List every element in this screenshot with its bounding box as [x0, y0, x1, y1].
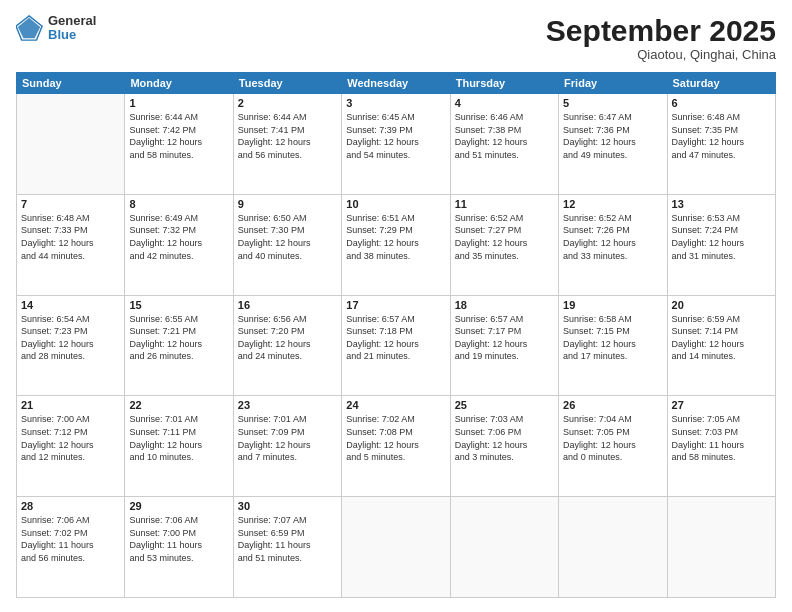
table-row: 1Sunrise: 6:44 AM Sunset: 7:42 PM Daylig…: [125, 94, 233, 195]
table-row: [17, 94, 125, 195]
day-number: 11: [455, 198, 554, 210]
logo-text: General Blue: [48, 14, 96, 43]
table-row: 6Sunrise: 6:48 AM Sunset: 7:35 PM Daylig…: [667, 94, 775, 195]
table-row: 5Sunrise: 6:47 AM Sunset: 7:36 PM Daylig…: [559, 94, 667, 195]
logo: General Blue: [16, 14, 96, 43]
table-row: 27Sunrise: 7:05 AM Sunset: 7:03 PM Dayli…: [667, 396, 775, 497]
table-row: [667, 497, 775, 598]
day-number: 10: [346, 198, 445, 210]
day-number: 6: [672, 97, 771, 109]
day-number: 16: [238, 299, 337, 311]
day-info: Sunrise: 6:48 AM Sunset: 7:35 PM Dayligh…: [672, 111, 771, 161]
svg-marker-0: [18, 18, 40, 39]
calendar-table: Sunday Monday Tuesday Wednesday Thursday…: [16, 72, 776, 598]
table-row: 14Sunrise: 6:54 AM Sunset: 7:23 PM Dayli…: [17, 295, 125, 396]
day-info: Sunrise: 7:00 AM Sunset: 7:12 PM Dayligh…: [21, 413, 120, 463]
table-row: 12Sunrise: 6:52 AM Sunset: 7:26 PM Dayli…: [559, 194, 667, 295]
day-number: 7: [21, 198, 120, 210]
calendar-header-row: Sunday Monday Tuesday Wednesday Thursday…: [17, 73, 776, 94]
table-row: 8Sunrise: 6:49 AM Sunset: 7:32 PM Daylig…: [125, 194, 233, 295]
day-number: 8: [129, 198, 228, 210]
day-info: Sunrise: 7:04 AM Sunset: 7:05 PM Dayligh…: [563, 413, 662, 463]
day-number: 3: [346, 97, 445, 109]
table-row: [559, 497, 667, 598]
table-row: 19Sunrise: 6:58 AM Sunset: 7:15 PM Dayli…: [559, 295, 667, 396]
col-tuesday: Tuesday: [233, 73, 341, 94]
day-info: Sunrise: 6:44 AM Sunset: 7:42 PM Dayligh…: [129, 111, 228, 161]
day-number: 28: [21, 500, 120, 512]
day-info: Sunrise: 6:52 AM Sunset: 7:26 PM Dayligh…: [563, 212, 662, 262]
day-info: Sunrise: 7:06 AM Sunset: 7:00 PM Dayligh…: [129, 514, 228, 564]
day-number: 24: [346, 399, 445, 411]
day-info: Sunrise: 6:54 AM Sunset: 7:23 PM Dayligh…: [21, 313, 120, 363]
table-row: 26Sunrise: 7:04 AM Sunset: 7:05 PM Dayli…: [559, 396, 667, 497]
day-info: Sunrise: 6:57 AM Sunset: 7:17 PM Dayligh…: [455, 313, 554, 363]
calendar-week-row: 21Sunrise: 7:00 AM Sunset: 7:12 PM Dayli…: [17, 396, 776, 497]
day-info: Sunrise: 6:48 AM Sunset: 7:33 PM Dayligh…: [21, 212, 120, 262]
table-row: [450, 497, 558, 598]
table-row: 29Sunrise: 7:06 AM Sunset: 7:00 PM Dayli…: [125, 497, 233, 598]
header: General Blue September 2025 Qiaotou, Qin…: [16, 14, 776, 62]
day-number: 12: [563, 198, 662, 210]
table-row: 3Sunrise: 6:45 AM Sunset: 7:39 PM Daylig…: [342, 94, 450, 195]
calendar-week-row: 28Sunrise: 7:06 AM Sunset: 7:02 PM Dayli…: [17, 497, 776, 598]
day-info: Sunrise: 7:02 AM Sunset: 7:08 PM Dayligh…: [346, 413, 445, 463]
col-saturday: Saturday: [667, 73, 775, 94]
day-number: 27: [672, 399, 771, 411]
table-row: 25Sunrise: 7:03 AM Sunset: 7:06 PM Dayli…: [450, 396, 558, 497]
table-row: 18Sunrise: 6:57 AM Sunset: 7:17 PM Dayli…: [450, 295, 558, 396]
day-number: 1: [129, 97, 228, 109]
day-number: 22: [129, 399, 228, 411]
col-monday: Monday: [125, 73, 233, 94]
day-info: Sunrise: 6:49 AM Sunset: 7:32 PM Dayligh…: [129, 212, 228, 262]
table-row: 23Sunrise: 7:01 AM Sunset: 7:09 PM Dayli…: [233, 396, 341, 497]
logo-icon: [16, 14, 44, 42]
table-row: 2Sunrise: 6:44 AM Sunset: 7:41 PM Daylig…: [233, 94, 341, 195]
day-number: 17: [346, 299, 445, 311]
calendar-week-row: 14Sunrise: 6:54 AM Sunset: 7:23 PM Dayli…: [17, 295, 776, 396]
day-info: Sunrise: 7:01 AM Sunset: 7:09 PM Dayligh…: [238, 413, 337, 463]
day-info: Sunrise: 6:50 AM Sunset: 7:30 PM Dayligh…: [238, 212, 337, 262]
day-number: 25: [455, 399, 554, 411]
day-info: Sunrise: 6:56 AM Sunset: 7:20 PM Dayligh…: [238, 313, 337, 363]
day-number: 19: [563, 299, 662, 311]
col-wednesday: Wednesday: [342, 73, 450, 94]
day-info: Sunrise: 7:07 AM Sunset: 6:59 PM Dayligh…: [238, 514, 337, 564]
day-number: 30: [238, 500, 337, 512]
day-info: Sunrise: 6:55 AM Sunset: 7:21 PM Dayligh…: [129, 313, 228, 363]
day-info: Sunrise: 6:51 AM Sunset: 7:29 PM Dayligh…: [346, 212, 445, 262]
calendar-week-row: 1Sunrise: 6:44 AM Sunset: 7:42 PM Daylig…: [17, 94, 776, 195]
day-info: Sunrise: 6:47 AM Sunset: 7:36 PM Dayligh…: [563, 111, 662, 161]
table-row: 30Sunrise: 7:07 AM Sunset: 6:59 PM Dayli…: [233, 497, 341, 598]
day-number: 21: [21, 399, 120, 411]
table-row: 13Sunrise: 6:53 AM Sunset: 7:24 PM Dayli…: [667, 194, 775, 295]
table-row: 10Sunrise: 6:51 AM Sunset: 7:29 PM Dayli…: [342, 194, 450, 295]
table-row: 7Sunrise: 6:48 AM Sunset: 7:33 PM Daylig…: [17, 194, 125, 295]
page: General Blue September 2025 Qiaotou, Qin…: [0, 0, 792, 612]
calendar-week-row: 7Sunrise: 6:48 AM Sunset: 7:33 PM Daylig…: [17, 194, 776, 295]
day-info: Sunrise: 7:01 AM Sunset: 7:11 PM Dayligh…: [129, 413, 228, 463]
day-number: 13: [672, 198, 771, 210]
table-row: 24Sunrise: 7:02 AM Sunset: 7:08 PM Dayli…: [342, 396, 450, 497]
day-number: 18: [455, 299, 554, 311]
day-info: Sunrise: 6:59 AM Sunset: 7:14 PM Dayligh…: [672, 313, 771, 363]
table-row: 21Sunrise: 7:00 AM Sunset: 7:12 PM Dayli…: [17, 396, 125, 497]
table-row: 16Sunrise: 6:56 AM Sunset: 7:20 PM Dayli…: [233, 295, 341, 396]
table-row: 22Sunrise: 7:01 AM Sunset: 7:11 PM Dayli…: [125, 396, 233, 497]
table-row: 28Sunrise: 7:06 AM Sunset: 7:02 PM Dayli…: [17, 497, 125, 598]
table-row: 20Sunrise: 6:59 AM Sunset: 7:14 PM Dayli…: [667, 295, 775, 396]
location-subtitle: Qiaotou, Qinghai, China: [546, 47, 776, 62]
day-info: Sunrise: 6:57 AM Sunset: 7:18 PM Dayligh…: [346, 313, 445, 363]
table-row: [342, 497, 450, 598]
col-friday: Friday: [559, 73, 667, 94]
day-number: 2: [238, 97, 337, 109]
col-sunday: Sunday: [17, 73, 125, 94]
logo-general-text: General: [48, 14, 96, 28]
table-row: 17Sunrise: 6:57 AM Sunset: 7:18 PM Dayli…: [342, 295, 450, 396]
day-info: Sunrise: 7:05 AM Sunset: 7:03 PM Dayligh…: [672, 413, 771, 463]
day-number: 9: [238, 198, 337, 210]
month-title: September 2025: [546, 14, 776, 47]
logo-blue-text: Blue: [48, 28, 96, 42]
day-info: Sunrise: 6:44 AM Sunset: 7:41 PM Dayligh…: [238, 111, 337, 161]
day-number: 26: [563, 399, 662, 411]
